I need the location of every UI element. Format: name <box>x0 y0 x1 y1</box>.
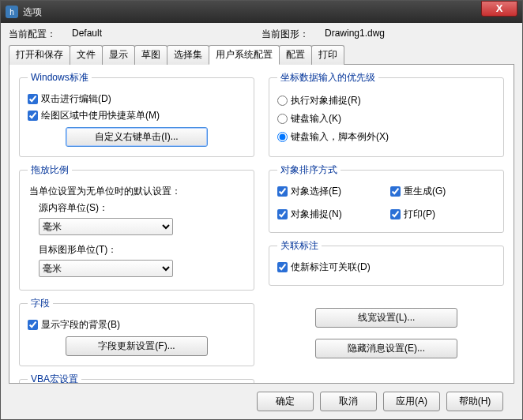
tab-4[interactable]: 选择集 <box>167 45 209 65</box>
group-sort: 对象排序方式 对象选择(E) 重生成(G) 对象捕捉(N) 打印(P) <box>269 163 504 233</box>
cancel-button[interactable]: 取消 <box>320 392 377 411</box>
lineweight-button[interactable]: 线宽设置(L)... <box>315 308 457 328</box>
tab-7[interactable]: 打印 <box>311 45 344 65</box>
chk-assoc-dim-box[interactable] <box>277 262 288 272</box>
tab-5[interactable]: 用户系统配置 <box>209 45 280 65</box>
group-fields: 字段 显示字段的背景(B) 字段更新设置(F)... <box>19 297 254 366</box>
drawing-label: 当前图形： <box>262 28 325 41</box>
chk-field-bg-box[interactable] <box>28 320 38 330</box>
chk-regen-box[interactable] <box>390 186 401 197</box>
legend-vba: VBA宏设置 <box>28 373 81 384</box>
legend-annot: 关联标注 <box>277 239 322 253</box>
rad-osnap-box[interactable] <box>277 96 288 106</box>
tab-0[interactable]: 打开和保存 <box>9 45 70 65</box>
tab-3[interactable]: 草图 <box>134 45 167 65</box>
legend-sort: 对象排序方式 <box>277 163 341 177</box>
chk-plot[interactable]: 打印(P) <box>390 208 495 221</box>
tab-6[interactable]: 配置 <box>279 45 312 65</box>
group-scale: 拖放比例 当单位设置为无单位时的默认设置： 源内容单位(S)： 毫米 目标图形单… <box>19 163 254 291</box>
legend-fields: 字段 <box>28 297 53 310</box>
chk-field-bg[interactable]: 显示字段的背景(B) <box>28 318 246 332</box>
apply-button[interactable]: 应用(A) <box>383 392 440 411</box>
group-vba: VBA宏设置 启用宏病毒防护(V) <box>19 373 254 384</box>
legend-priority: 坐标数据输入的优先级 <box>277 71 378 84</box>
footer: 确定 取消 应用(A) 帮助(H) <box>9 384 514 419</box>
chk-obj-select[interactable]: 对象选择(E) <box>277 185 382 198</box>
chk-dblclick-edit-box[interactable] <box>28 94 38 104</box>
group-priority: 坐标数据输入的优先级 执行对象捕捉(R) 键盘输入(K) 键盘输入，脚本例外(X… <box>269 71 504 157</box>
src-unit-label: 源内容单位(S)： <box>39 201 246 215</box>
tab-1[interactable]: 文件 <box>70 45 103 65</box>
ok-button[interactable]: 确定 <box>257 392 314 411</box>
group-annot: 关联标注 使新标注可关联(D) <box>269 239 504 286</box>
chk-plot-box[interactable] <box>390 209 401 219</box>
tab-bar: 打开和保存文件显示草图选择集用户系统配置配置打印 <box>9 44 514 65</box>
chk-dblclick-edit[interactable]: 双击进行编辑(D) <box>28 92 246 106</box>
chk-obj-select-box[interactable] <box>277 186 288 197</box>
chk-regen[interactable]: 重生成(G) <box>390 185 495 198</box>
profile-label: 当前配置： <box>9 28 72 41</box>
profile-value: Default <box>72 28 230 41</box>
chk-shortcut-menu-box[interactable] <box>28 111 38 121</box>
drawing-value: Drawing1.dwg <box>325 28 483 41</box>
rad-keyboard-box[interactable] <box>277 114 288 124</box>
hide-msg-button[interactable]: 隐藏消息设置(E)... <box>315 339 457 358</box>
chk-obj-snap[interactable]: 对象捕捉(N) <box>277 208 382 221</box>
close-button[interactable]: X <box>481 1 517 17</box>
custom-rightclick-button[interactable]: 自定义右键单击(I)... <box>66 127 208 147</box>
chk-shortcut-menu[interactable]: 绘图区域中使用快捷菜单(M) <box>28 109 246 122</box>
legend-scale: 拖放比例 <box>28 163 72 177</box>
rad-osnap[interactable]: 执行对象捕捉(R) <box>277 94 495 107</box>
tab-2[interactable]: 显示 <box>102 45 135 65</box>
chk-obj-snap-box[interactable] <box>277 209 288 219</box>
tgt-unit-select[interactable]: 毫米 <box>39 260 173 277</box>
field-update-button[interactable]: 字段更新设置(F)... <box>66 336 208 356</box>
help-button[interactable]: 帮助(H) <box>446 392 503 411</box>
rad-keyboard-except[interactable]: 键盘输入，脚本例外(X) <box>277 130 495 144</box>
chk-assoc-dim[interactable]: 使新标注可关联(D) <box>277 261 495 274</box>
group-windows: Windows标准 双击进行编辑(D) 绘图区域中使用快捷菜单(M) 自定义右键… <box>19 71 254 157</box>
rad-keyboard-except-box[interactable] <box>277 132 288 142</box>
rad-keyboard[interactable]: 键盘输入(K) <box>277 112 495 126</box>
legend-windows: Windows标准 <box>28 71 92 84</box>
tgt-unit-label: 目标图形单位(T)： <box>39 243 246 257</box>
app-icon: h <box>6 6 18 18</box>
window-title: 选项 <box>23 6 522 19</box>
titlebar: h 选项 X <box>1 1 522 23</box>
scale-note: 当单位设置为无单位时的默认设置： <box>29 185 246 198</box>
src-unit-select[interactable]: 毫米 <box>39 218 173 235</box>
